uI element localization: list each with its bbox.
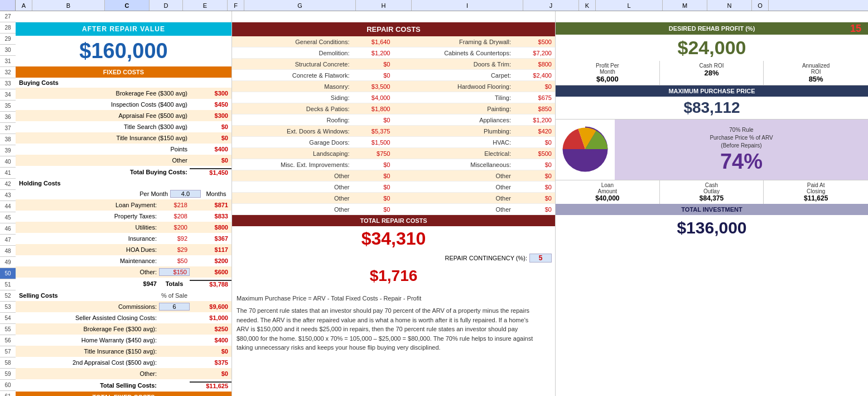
selling-pct-0[interactable]: 6 — [159, 303, 190, 311]
rr-val-12[interactable]: $0 — [513, 173, 555, 179]
rn-41: 41 — [0, 168, 16, 179]
rr-val-10[interactable]: $500 — [513, 150, 555, 157]
rl-val-3[interactable]: $0 — [352, 72, 394, 79]
selling-val-6[interactable]: $0 — [190, 370, 232, 377]
contingency-pct[interactable]: 5 — [529, 254, 552, 263]
holding-permonth-0[interactable]: $218 — [159, 202, 190, 208]
selling-val-4[interactable]: $0 — [190, 348, 232, 355]
rl-val-11[interactable]: $0 — [352, 161, 394, 168]
holding-permonth-3[interactable]: $92 — [159, 235, 190, 242]
rn-27: 27 — [0, 11, 16, 22]
holding-permonth-5[interactable]: $50 — [159, 257, 190, 264]
holding-row-1: Property Taxes: $208 $833 — [16, 211, 232, 222]
buying-val-6[interactable]: $0 — [190, 157, 232, 164]
rl-val-14[interactable]: $0 — [352, 195, 394, 202]
rl-val-5[interactable]: $4,000 — [352, 94, 394, 101]
buying-val-0[interactable]: $300 — [190, 90, 232, 97]
selling-val-0[interactable]: $9,600 — [190, 303, 232, 310]
rr-val-0[interactable]: $500 — [513, 39, 555, 45]
rl-val-4[interactable]: $3,500 — [352, 83, 394, 90]
holding-total-5[interactable]: $200 — [190, 257, 232, 264]
rr-val-7[interactable]: $1,200 — [513, 117, 555, 123]
buying-val-2[interactable]: $300 — [190, 112, 232, 119]
rr-val-1[interactable]: $7,200 — [513, 50, 555, 56]
rl-val-1[interactable]: $1,200 — [352, 50, 394, 56]
rl-val-13[interactable]: $0 — [352, 184, 394, 190]
rr-val-11[interactable]: $0 — [513, 161, 555, 168]
rl-label-4: Masonry: — [232, 83, 352, 90]
buying-val-5[interactable]: $400 — [190, 146, 232, 152]
buying-val-4[interactable]: $0 — [190, 135, 232, 141]
rr-val-4[interactable]: $0 — [513, 83, 555, 90]
desired-profit-pct[interactable]: 15 — [850, 23, 861, 35]
loan-grid: LoanAmount $40,000 CashOutlay $84,375 Pa… — [556, 180, 868, 204]
rn-36: 36 — [0, 112, 16, 123]
rr-val-13[interactable]: $0 — [513, 184, 555, 190]
rl-val-0[interactable]: $1,640 — [352, 39, 394, 45]
holding-per-month-val[interactable]: 4.0 — [170, 190, 201, 198]
profit-per-month-cell: Profit PerMonth $6,000 — [556, 61, 660, 85]
rr-val-8[interactable]: $420 — [513, 128, 555, 135]
rr-val-6[interactable]: $850 — [513, 106, 555, 112]
selling-row-6: Other: $0 — [16, 368, 232, 379]
rule-title-line3: (Before Repairs) — [721, 142, 761, 150]
rr-label-12: Other — [394, 173, 514, 179]
buying-val-3[interactable]: $0 — [190, 123, 232, 130]
buying-label-1: Inspection Costs ($400 avg) — [16, 101, 190, 108]
holding-label-1: Property Taxes: — [16, 213, 159, 220]
buying-val-1[interactable]: $450 — [190, 101, 232, 108]
rule-pct-display: 74% — [720, 150, 763, 174]
selling-label-5: 2nd Appraisal Cost ($500 avg): — [16, 359, 159, 366]
holding-permonth-2[interactable]: $200 — [159, 224, 190, 231]
data-rows-area: 27 28 29 30 31 32 33 34 35 36 37 38 39 4… — [0, 11, 868, 396]
info-formula: Maximum Purchase Price = ARV - Total Fix… — [237, 295, 540, 302]
right-spacer — [556, 11, 868, 22]
rn-56: 56 — [0, 335, 16, 346]
selling-val-2[interactable]: $250 — [190, 326, 232, 332]
rl-val-12[interactable]: $0 — [352, 173, 394, 179]
right-panel: DESIRED REHAB PROFIT (%) 15 $24,000 Prof… — [556, 11, 868, 396]
rl-val-7[interactable]: $0 — [352, 117, 394, 123]
rl-val-9[interactable]: $1,500 — [352, 139, 394, 146]
rn-40: 40 — [0, 156, 16, 168]
holding-total-0[interactable]: $871 — [190, 202, 232, 208]
rr-val-15[interactable]: $0 — [513, 206, 555, 213]
rl-label-3: Concrete & Flatwork: — [232, 72, 352, 79]
rl-val-10[interactable]: $750 — [352, 150, 394, 157]
holding-permonth-1[interactable]: $208 — [159, 213, 190, 220]
holding-total-4[interactable]: $117 — [190, 246, 232, 253]
rr-label-0: Framing & Drywall: — [394, 39, 514, 45]
rl-val-2[interactable]: $0 — [352, 61, 394, 68]
rr-label-3: Carpet: — [394, 72, 514, 79]
selling-val-5[interactable]: $375 — [190, 359, 232, 366]
rl-val-15[interactable]: $0 — [352, 206, 394, 213]
rule-70-box: 70% Rule Purchase Price % of ARV (Before… — [615, 120, 868, 180]
selling-val-1[interactable]: $1,000 — [190, 314, 232, 321]
rr-label-8: Plumbing: — [394, 128, 514, 135]
holding-total-6[interactable]: $600 — [190, 269, 232, 275]
rn-31: 31 — [0, 56, 16, 67]
cash-outlay-label: CashOutlay — [661, 182, 763, 194]
rr-val-3[interactable]: $2,400 — [513, 72, 555, 79]
holding-permonth-6[interactable]: $150 — [159, 268, 190, 276]
holding-total-2[interactable]: $800 — [190, 224, 232, 231]
holding-total-3[interactable]: $367 — [190, 235, 232, 242]
holding-permonth-4[interactable]: $29 — [159, 246, 190, 253]
rl-label-6: Decks & Patios: — [232, 106, 352, 112]
repair-left-6: Decks & Patios: $1,800 — [232, 103, 394, 114]
cash-roi-val: 28% — [661, 69, 763, 77]
rn-48: 48 — [0, 246, 16, 257]
rr-label-6: Painting: — [394, 106, 514, 112]
rr-val-9[interactable]: $0 — [513, 139, 555, 146]
arv-value[interactable]: $160,000 — [16, 36, 232, 66]
rl-val-6[interactable]: $1,800 — [352, 106, 394, 112]
rr-val-5[interactable]: $675 — [513, 94, 555, 101]
loan-amount-val: $40,000 — [557, 194, 658, 202]
repair-left-8: Ext. Doors & Windows: $5,375 — [232, 126, 394, 137]
paid-at-closing-cell: Paid AtClosing $11,625 — [764, 180, 868, 204]
holding-total-1[interactable]: $833 — [190, 213, 232, 220]
rl-val-8[interactable]: $5,375 — [352, 128, 394, 135]
selling-val-3[interactable]: $400 — [190, 337, 232, 343]
rr-val-14[interactable]: $0 — [513, 195, 555, 202]
rr-val-2[interactable]: $800 — [513, 61, 555, 68]
